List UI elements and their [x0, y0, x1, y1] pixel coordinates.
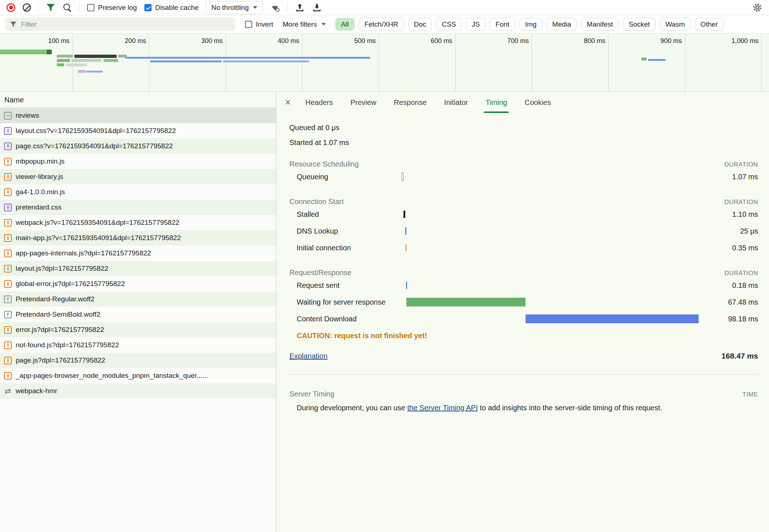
section-divider: [289, 374, 758, 375]
duration-column-header: DURATION: [725, 199, 758, 206]
request-row-page-css-v-1762159354091-dpl-1[interactable]: {}page.css?v=1762159354091&dpl=176215779…: [0, 138, 276, 154]
timing-phase-row-stalled: Stalled1.10 ms: [289, 206, 758, 223]
main-split: Name ≡reviews{}layout.css?v=176215935409…: [0, 92, 769, 532]
preserve-log-checkbox[interactable]: Preserve log: [87, 4, 137, 12]
request-row-error-js-dpl-1762157795822[interactable]: ()error.js?dpl=1762157795822: [0, 322, 276, 337]
filter-chip-doc[interactable]: Doc: [408, 18, 432, 31]
overview-gridline: [761, 34, 762, 91]
timing-section-title: Resource Scheduling: [289, 160, 359, 168]
more-filters-button[interactable]: More filters: [283, 20, 326, 28]
filter-chip-wasm[interactable]: Wasm: [660, 18, 691, 31]
queued-at-text: Queued at 0 μs: [289, 122, 758, 133]
filter-chip-js[interactable]: JS: [466, 18, 485, 31]
filter-toggle-icon[interactable]: [46, 3, 55, 12]
explanation-link[interactable]: Explanation: [289, 352, 328, 360]
server-timing-title: Server Timing: [289, 390, 334, 398]
request-row-pretendard-css[interactable]: {}pretendard.css: [0, 200, 276, 215]
overview-tick-label: 900 ms: [624, 37, 682, 45]
tab-cookies[interactable]: Cookies: [524, 92, 551, 113]
chevron-down-icon: [321, 23, 326, 26]
request-row-webpack-hmr[interactable]: ⇄webpack-hmr: [0, 383, 276, 399]
filter-chip-manifest[interactable]: Manifest: [581, 18, 619, 31]
record-icon[interactable]: [7, 3, 15, 12]
request-row-main-app-js-v-1762159354091-dp[interactable]: ()main-app.js?v=1762159354091&dpl=176215…: [0, 230, 276, 246]
column-header-name[interactable]: Name: [0, 92, 276, 108]
request-row-not-found-js-dpl-1762157795822[interactable]: ()not-found.js?dpl=1762157795822: [0, 337, 276, 353]
request-name: layout.js?dpl=1762157795822: [16, 265, 108, 273]
request-name: _app-pages-browser_node_modules_pnpm_tan…: [16, 372, 208, 380]
export-har-icon[interactable]: [312, 3, 322, 12]
filter-chip-media[interactable]: Media: [546, 18, 577, 31]
request-row-app-pages-browser-node-modules[interactable]: ()_app-pages-browser_node_modules_pnpm_t…: [0, 368, 276, 383]
timing-section-header-resource-scheduling: Resource SchedulingDURATION: [289, 160, 758, 168]
filter-chip-socket[interactable]: Socket: [623, 18, 656, 31]
toolbar-divider: [79, 3, 80, 12]
request-row-pretendard-semibold-woff2[interactable]: TPretendard-SemiBold.woff2: [0, 307, 276, 322]
network-overview-timeline[interactable]: 100 ms200 ms300 ms400 ms500 ms600 ms700 …: [0, 34, 769, 92]
request-row-global-error-js-dpl-1762157795[interactable]: ()global-error.js?dpl=1762157795822: [0, 276, 276, 292]
detail-tab-bar: × HeadersPreviewResponseInitiatorTimingC…: [276, 92, 769, 113]
time-column-header: TIME: [742, 391, 758, 398]
request-row-app-pages-internals-js-dpl-176[interactable]: ()app-pages-internals.js?dpl=17621577958…: [0, 246, 276, 261]
filter-chip-img[interactable]: Img: [519, 18, 543, 31]
filter-chip-other[interactable]: Other: [695, 18, 724, 31]
server-timing-desc-before: During development, you can use: [297, 404, 407, 412]
phase-bar-content-download: [526, 314, 699, 323]
css-file-icon: {}: [4, 127, 12, 135]
filter-chip-font[interactable]: Font: [490, 18, 515, 31]
overview-waterfall-bar: [57, 55, 73, 58]
filter-chip-css[interactable]: CSS: [436, 18, 462, 31]
timing-phase-row-queueing: Queueing1.07 ms: [289, 168, 758, 185]
settings-gear-icon[interactable]: [752, 3, 762, 13]
request-row-mbpopup-min-js[interactable]: ()mbpopup.min.js: [0, 154, 276, 169]
script-file-icon: (): [4, 250, 12, 257]
checkbox-checked: [144, 4, 152, 11]
tab-headers[interactable]: Headers: [305, 92, 333, 113]
timing-section-title: Connection Start: [289, 197, 344, 206]
request-row-layout-css-v-1762159354091-dpl[interactable]: {}layout.css?v=1762159354091&dpl=1762157…: [0, 123, 276, 138]
phase-bar-request-sent: [406, 282, 407, 289]
overview-waterfall-bar: [71, 59, 101, 62]
overview-gridline: [455, 34, 456, 91]
timing-section-header-connection-start: Connection StartDURATION: [289, 197, 758, 206]
server-timing-api-link[interactable]: the Server Timing API: [407, 404, 478, 412]
overview-waterfall-bar: [150, 60, 222, 62]
close-icon[interactable]: ×: [285, 97, 291, 108]
filter-input[interactable]: [5, 20, 235, 28]
tab-response[interactable]: Response: [394, 92, 427, 113]
tab-timing[interactable]: Timing: [485, 92, 507, 113]
more-filters-label: More filters: [283, 20, 317, 28]
clear-network-log-icon[interactable]: [23, 3, 31, 12]
request-row-reviews[interactable]: ≡reviews: [0, 108, 276, 123]
filter-chip-fetch-xhr[interactable]: Fetch/XHR: [359, 18, 404, 31]
timing-sections: Resource SchedulingDURATIONQueueing1.07 …: [289, 160, 758, 327]
phase-label: Initial connection: [289, 243, 389, 252]
phase-label: Stalled: [289, 210, 389, 219]
disable-cache-checkbox[interactable]: Disable cache: [144, 4, 199, 12]
request-row-layout-js-dpl-1762157795822[interactable]: ()layout.js?dpl=1762157795822: [0, 261, 276, 276]
search-icon[interactable]: [63, 3, 72, 12]
overview-tick-label: 100 ms: [11, 37, 70, 45]
request-row-webpack-js-v-1762159354091-dpl[interactable]: ()webpack.js?v=1762159354091&dpl=1762157…: [0, 215, 276, 230]
tab-initiator[interactable]: Initiator: [444, 92, 468, 113]
phase-bar-queueing: [402, 172, 403, 181]
request-row-ga4-1-0-0-min-js[interactable]: ()ga4-1.0.0.min.js: [0, 184, 276, 200]
phase-label: Content Download: [289, 314, 389, 323]
invert-checkbox[interactable]: Invert: [245, 20, 273, 28]
request-name: app-pages-internals.js?dpl=1762157795822: [16, 249, 151, 257]
phase-duration: 98.18 ms: [728, 315, 758, 323]
request-name: Pretendard-Regular.woff2: [16, 295, 94, 303]
phase-duration: 0.35 ms: [732, 244, 758, 252]
duration-column-header: DURATION: [725, 270, 758, 277]
tab-preview[interactable]: Preview: [350, 92, 376, 113]
network-conditions-icon[interactable]: [270, 3, 280, 12]
throttling-select[interactable]: No throttling: [206, 1, 263, 14]
throttling-value: No throttling: [211, 4, 249, 12]
filter-chip-all[interactable]: All: [335, 18, 355, 31]
invert-label: Invert: [256, 20, 273, 28]
request-row-page-js-dpl-1762157795822[interactable]: ()page.js?dpl=1762157795822: [0, 353, 276, 368]
import-har-icon[interactable]: [295, 3, 305, 12]
request-row-pretendard-regular-woff2[interactable]: TPretendard-Regular.woff2: [0, 292, 276, 307]
document-file-icon: ≡: [4, 112, 12, 120]
request-row-viewer-library-js[interactable]: ()viewer-library.js: [0, 169, 276, 184]
